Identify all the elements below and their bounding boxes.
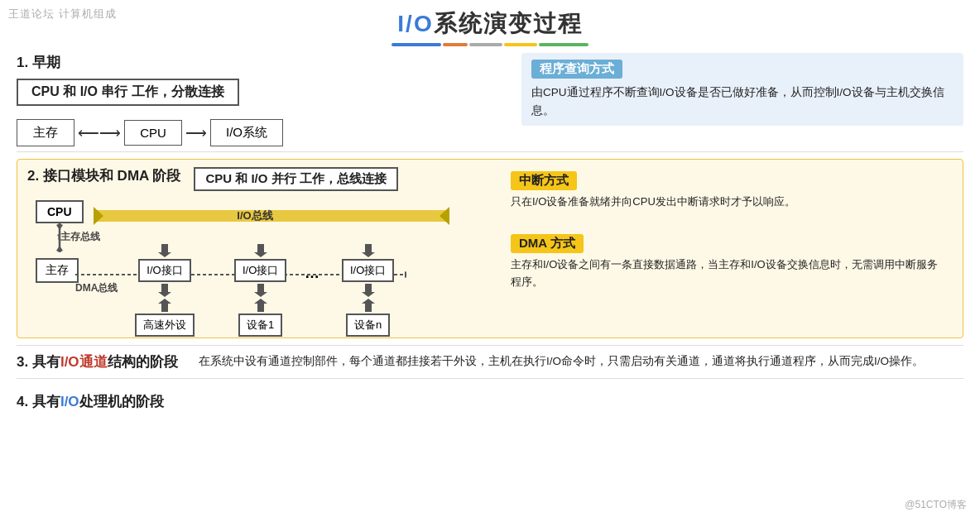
svg-marker-12 (405, 271, 406, 278)
io-down-arrow-3 (362, 284, 375, 297)
page-title: I/O系统演变过程 (0, 8, 980, 40)
dots-separator: … (305, 265, 319, 282)
section2-right: 中断方式 只在I/O设备准备就绪并向CPU发出中断请求时才予以响应。 DMA 方… (491, 166, 953, 295)
main-content: 1. 早期 CPU 和 I/O 串行 工作，分散连接 主存 ⟵⟶ CPU ⟶ I… (0, 50, 980, 411)
title-decoration (0, 43, 980, 46)
svg-marker-18 (254, 299, 267, 312)
diag-box-iosys: I/O系统 (210, 119, 283, 146)
diag-box-mem: 主存 (17, 119, 74, 146)
footer: @51CTO博客 (905, 498, 967, 512)
dma-panel-title: DMA 方式 (511, 234, 584, 253)
arrow-mem-cpu: ⟵⟶ (74, 124, 124, 142)
title-io: I/O (397, 11, 433, 36)
svg-marker-14 (158, 284, 171, 297)
io-up-arrow-3 (362, 299, 375, 312)
io-down-arrow-1 (158, 284, 171, 297)
svg-marker-20 (362, 284, 375, 297)
device-box-2: 设备1 (238, 314, 282, 337)
io-bus-arrow-svg: I/O总线 (94, 207, 449, 225)
mem-bus-label: ↑主存总线 (55, 230, 100, 244)
io-iface-box-3: I/O接口 (342, 259, 394, 282)
io-bus-down-arrow-3 (362, 244, 375, 257)
dma-panel-text: 主存和I/O设备之间有一条直接数据通路，当主存和I/O设备交换信息时，无需调用中… (511, 256, 946, 291)
section4-pre: 4. 具有 (17, 394, 60, 409)
svg-marker-17 (254, 284, 267, 297)
section3-pre: 3. 具有 (17, 354, 60, 370)
dma-panel: DMA 方式 主存和I/O设备之间有一条直接数据通路，当主存和I/O设备交换信息… (504, 229, 953, 296)
io-iface-col-2: I/O接口 设备1 (234, 244, 286, 337)
svg-marker-15 (158, 299, 171, 312)
interrupt-panel: 中断方式 只在I/O设备准备就绪并向CPU发出中断请求时才予以响应。 (504, 166, 953, 216)
section3-post: 结构的阶段 (108, 354, 178, 370)
dma-diagram: CPU I/O总线 (27, 199, 466, 331)
svg-marker-10 (56, 246, 63, 252)
svg-marker-16 (254, 244, 267, 257)
arrow-cpu-io: ⟶ (182, 124, 210, 142)
io-bus-down-arrow-1 (158, 244, 171, 257)
section1-panel-title: 程序查询方式 (531, 60, 622, 79)
io-iface-box-2: I/O接口 (234, 259, 286, 282)
section2: 2. 接口模块和 DMA 阶段 CPU 和 I/O 并行 工作，总线连接 CPU (17, 159, 963, 338)
io-bus-down-arrow-2 (254, 244, 267, 257)
section3-heading: 3. 具有I/O通道结构的阶段 (17, 352, 199, 371)
dma-bus-label: DMA总线 (75, 281, 118, 295)
device-box-1: 高速外设 (135, 314, 195, 337)
bar-orange (443, 43, 468, 46)
svg-marker-13 (158, 244, 171, 257)
io-up-arrow-2 (254, 299, 267, 312)
section4: 4. 具有I/O处理机的阶段 (17, 385, 963, 411)
section2-banner: CPU 和 I/O 并行 工作，总线连接 (194, 167, 397, 191)
watermark: 王道论坛 计算机组成 (8, 7, 117, 22)
section1-diagram: 主存 ⟵⟶ CPU ⟶ I/O系统 (17, 119, 497, 146)
bar-gray (469, 43, 502, 46)
interrupt-title: 中断方式 (511, 171, 577, 190)
section4-heading: 4. 具有I/O处理机的阶段 (17, 392, 963, 411)
section4-io: I/O (60, 394, 79, 409)
bar-yellow (504, 43, 537, 46)
bar-blue (392, 43, 441, 46)
section2-left: 2. 接口模块和 DMA 阶段 CPU 和 I/O 并行 工作，总线连接 CPU (27, 166, 491, 331)
main-mem-box: 主存 (36, 258, 79, 283)
section1-banner: CPU 和 I/O 串行 工作，分散连接 (17, 79, 239, 106)
io-up-arrow-1 (158, 299, 171, 312)
io-iface-col-3: I/O接口 设备n (342, 244, 394, 337)
dma-cpu-box: CPU (36, 200, 84, 223)
section3: 3. 具有I/O通道结构的阶段 在系统中设有通道控制部件，每个通道都挂接若干外设… (17, 345, 963, 379)
interrupt-text: 只在I/O设备准备就绪并向CPU发出中断请求时才予以响应。 (511, 194, 946, 211)
title-area: I/O系统演变过程 (0, 0, 980, 50)
svg-marker-21 (362, 299, 375, 312)
section1-right: 程序查询方式 由CPU通过程序不断查询I/O设备是否已做好准备，从而控制I/O设… (497, 53, 963, 126)
section4-post: 处理机的阶段 (79, 394, 164, 409)
section2-heading-row: 2. 接口模块和 DMA 阶段 CPU 和 I/O 并行 工作，总线连接 (27, 166, 491, 192)
section1-right-panel: 程序查询方式 由CPU通过程序不断查询I/O设备是否已做好准备，从而控制I/O设… (521, 53, 963, 126)
section1-panel-text: 由CPU通过程序不断查询I/O设备是否已做好准备，从而控制I/O设备与主机交换信… (531, 84, 954, 119)
section1-left: 1. 早期 CPU 和 I/O 串行 工作，分散连接 主存 ⟵⟶ CPU ⟶ I… (17, 53, 497, 146)
svg-text:I/O总线: I/O总线 (237, 209, 273, 222)
section1-heading: 1. 早期 (17, 53, 497, 72)
svg-marker-19 (362, 244, 375, 257)
io-down-arrow-2 (254, 284, 267, 297)
svg-marker-4 (440, 207, 449, 225)
device-box-3: 设备n (346, 314, 390, 337)
section1: 1. 早期 CPU 和 I/O 串行 工作，分散连接 主存 ⟵⟶ CPU ⟶ I… (17, 53, 963, 152)
svg-marker-3 (94, 207, 103, 225)
diag-box-cpu: CPU (124, 120, 182, 146)
footer-text: @51CTO博客 (905, 499, 967, 510)
title-rest: 系统演变过程 (434, 11, 583, 36)
io-iface-col-1: I/O接口 高速外设 (135, 244, 195, 337)
section3-io: I/O通道 (60, 354, 108, 370)
section2-heading: 2. 接口模块和 DMA 阶段 (27, 166, 180, 185)
section3-text: 在系统中设有通道控制部件，每个通道都挂接若干外设，主机在执行I/O命令时，只需启… (199, 352, 963, 371)
io-iface-box-1: I/O接口 (138, 259, 190, 282)
svg-marker-9 (56, 223, 63, 230)
bar-green (539, 43, 588, 46)
